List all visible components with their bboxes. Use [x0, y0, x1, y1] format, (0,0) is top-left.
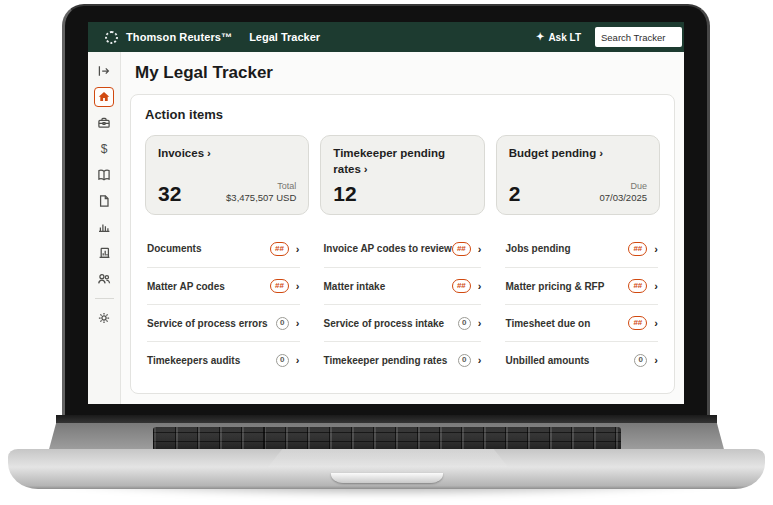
count-badge: 0 [634, 354, 647, 367]
summary-card-meta: Due 07/03/2025 [599, 181, 647, 204]
chevron-right-icon: › [478, 280, 482, 292]
summary-card-budget-pending[interactable]: Budget pending› 2 Due 07/03/2025 [496, 135, 660, 215]
chevron-right-icon: › [207, 147, 211, 159]
meta-value: $3,475,507 USD [226, 192, 296, 204]
count-badge: 0 [458, 354, 471, 367]
action-item-row-service-of-process-errors[interactable]: Service of process errors 0 › [147, 304, 300, 341]
action-item-row-jobs-pending[interactable]: Jobs pending ## › [505, 230, 658, 267]
dollar-icon[interactable]: $ [94, 139, 114, 159]
bar-chart-icon[interactable] [94, 217, 114, 237]
laptop-lid-notch [331, 473, 443, 483]
chevron-right-icon: › [654, 317, 658, 329]
count-badge: ## [452, 279, 471, 293]
action-item-row-invoice-ap-codes[interactable]: Invoice AP codes to review ## › [324, 230, 482, 267]
action-item-label: Timesheet due on [505, 318, 590, 329]
panel-title: Action items [145, 107, 660, 122]
action-item-row-documents[interactable]: Documents ## › [147, 230, 300, 267]
action-item-row-service-of-process-intake[interactable]: Service of process intake 0 › [324, 304, 482, 341]
collapse-sidebar-icon[interactable] [94, 61, 114, 81]
sidebar-divider [95, 298, 114, 299]
summary-card-invoices[interactable]: Invoices› 32 Total $3,475,507 USD [145, 135, 309, 215]
action-item-label: Timekeepers audits [147, 355, 240, 366]
document-icon[interactable] [94, 191, 114, 211]
action-item-row-timekeepers-audits[interactable]: Timekeepers audits 0 › [147, 341, 300, 378]
count-badge: ## [628, 242, 647, 256]
laptop-keyboard [153, 427, 621, 451]
briefcase-icon[interactable] [94, 113, 114, 133]
summary-card-value: 32 [158, 183, 181, 204]
summary-card-timekeeper-pending-rates[interactable]: Timekeeper pending rates› 12 [320, 135, 484, 215]
count-badge: 0 [276, 317, 289, 330]
action-item-row-timekeeper-pending-rates[interactable]: Timekeeper pending rates 0 › [324, 341, 482, 378]
action-item-label: Unbilled amounts [505, 355, 589, 366]
brand-name: Thomson Reuters™ [126, 31, 232, 43]
search-input[interactable] [595, 27, 682, 47]
action-item-label: Invoice AP codes to review [324, 243, 452, 254]
chevron-right-icon: › [599, 147, 603, 159]
chevron-right-icon: › [296, 243, 300, 255]
screen-content: Thomson Reuters™ Legal Tracker ✦ Ask LT [88, 22, 684, 404]
action-item-label: Matter intake [324, 281, 386, 292]
count-badge: 0 [276, 354, 289, 367]
settings-gear-icon[interactable] [94, 308, 114, 328]
count-badge: ## [452, 242, 471, 256]
laptop-screen-bezel: Thomson Reuters™ Legal Tracker ✦ Ask LT [62, 4, 710, 417]
laptop-mockup: Thomson Reuters™ Legal Tracker ✦ Ask LT [0, 0, 773, 505]
chevron-right-icon: › [364, 163, 368, 175]
count-badge: ## [270, 279, 289, 293]
action-item-label: Service of process errors [147, 318, 268, 329]
count-badge: ## [628, 316, 647, 330]
count-badge: ## [628, 279, 647, 293]
book-icon[interactable] [94, 165, 114, 185]
users-icon[interactable] [94, 269, 114, 289]
laptop-base [8, 415, 765, 489]
app-header: Thomson Reuters™ Legal Tracker ✦ Ask LT [88, 22, 684, 52]
action-item-label: Timekeeper pending rates [324, 355, 448, 366]
sparkle-icon: ✦ [536, 32, 544, 42]
action-items-panel: Action items Invoices› 32 T [130, 94, 675, 394]
chevron-right-icon: › [478, 243, 482, 255]
count-badge: 0 [458, 317, 471, 330]
chevron-right-icon: › [296, 354, 300, 366]
summary-card-title: Timekeeper pending rates› [333, 146, 471, 177]
chevron-right-icon: › [296, 317, 300, 329]
count-badge: ## [270, 242, 289, 256]
action-item-label: Service of process intake [324, 318, 445, 329]
meta-label: Due [599, 181, 647, 192]
action-item-row-timesheet-due-on[interactable]: Timesheet due on ## › [505, 304, 658, 341]
summary-card-value: 2 [509, 183, 521, 204]
summary-card-title: Budget pending› [509, 146, 647, 162]
action-item-label: Matter AP codes [147, 281, 225, 292]
ask-lt-label: Ask LT [548, 32, 581, 43]
laptop-base-front [8, 449, 765, 489]
thomson-reuters-logo-icon [105, 31, 118, 44]
summary-card-meta: Total $3,475,507 USD [226, 181, 296, 204]
summary-card-title: Invoices› [158, 146, 296, 162]
legal-tracker-app: Thomson Reuters™ Legal Tracker ✦ Ask LT [88, 22, 684, 404]
chevron-right-icon: › [478, 317, 482, 329]
action-item-label: Documents [147, 243, 201, 254]
action-item-row-matter-intake[interactable]: Matter intake ## › [324, 267, 482, 304]
sidebar-nav: $ [88, 52, 121, 404]
action-item-label: Jobs pending [505, 243, 570, 254]
report-icon[interactable] [94, 243, 114, 263]
action-item-row-matter-pricing-rfp[interactable]: Matter pricing & RFP ## › [505, 267, 658, 304]
chevron-right-icon: › [654, 354, 658, 366]
chevron-right-icon: › [654, 280, 658, 292]
meta-value: 07/03/2025 [599, 192, 647, 204]
main-content: My Legal Tracker Action items Invoices› … [121, 52, 684, 404]
summary-cards: Invoices› 32 Total $3,475,507 USD [145, 135, 660, 215]
summary-card-value: 12 [333, 183, 356, 204]
action-item-row-matter-ap-codes[interactable]: Matter AP codes ## › [147, 267, 300, 304]
ask-lt-button[interactable]: ✦ Ask LT [536, 32, 581, 43]
action-item-label: Matter pricing & RFP [505, 281, 604, 292]
meta-label: Total [226, 181, 296, 192]
home-icon[interactable] [94, 87, 114, 107]
page-title: My Legal Tracker [135, 63, 675, 83]
laptop-trackpad [268, 449, 508, 467]
product-name: Legal Tracker [249, 31, 320, 43]
chevron-right-icon: › [296, 280, 300, 292]
action-items-grid: Documents ## › Invoice AP codes to revie… [145, 230, 660, 378]
action-item-row-unbilled-amounts[interactable]: Unbilled amounts 0 › [505, 341, 658, 378]
chevron-right-icon: › [654, 243, 658, 255]
